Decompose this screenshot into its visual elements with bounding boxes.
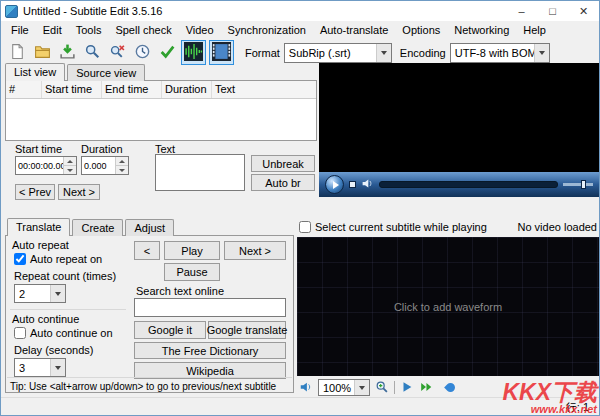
titlebar: Untitled - Subtitle Edit 3.5.16 – □ ✕ (1, 1, 599, 21)
window-controls: – □ ✕ (506, 1, 599, 21)
column-text[interactable]: Text (212, 81, 316, 98)
fast-forward-icon[interactable] (419, 380, 433, 396)
speaker-icon[interactable] (361, 177, 374, 192)
list-view-tabs: List view Source view (5, 63, 147, 81)
tab-source-view[interactable]: Source view (67, 64, 145, 81)
player-stop-button[interactable] (349, 181, 356, 188)
zoom-dropdown-button[interactable] (354, 380, 369, 395)
pause-button[interactable]: Pause (164, 263, 220, 281)
bottom-left-tabs: Translate Create Adjust (7, 218, 176, 236)
toggle-waveform-button[interactable] (181, 40, 206, 65)
tab-create[interactable]: Create (72, 219, 123, 236)
menu-spell-check[interactable]: Spell check (108, 22, 178, 38)
save-button[interactable] (56, 41, 79, 64)
new-file-button[interactable] (6, 41, 29, 64)
toggle-video-button[interactable] (209, 40, 234, 65)
waveform-area[interactable]: Click to add waveform (297, 237, 599, 376)
free-dictionary-button[interactable]: The Free Dictionary (134, 342, 286, 359)
video-player[interactable] (319, 63, 599, 197)
auto-repeat-checkbox[interactable] (14, 253, 26, 265)
chevron-down-icon (539, 51, 545, 55)
unbreak-button[interactable]: Unbreak (251, 155, 315, 172)
waveform-zoom-select[interactable]: 100% (318, 379, 370, 396)
window-title: Untitled - Subtitle Edit 3.5.16 (23, 5, 162, 17)
waveform-icon (184, 42, 203, 63)
encoding-select[interactable]: UTF-8 with BOM (450, 43, 550, 63)
menu-auto-translate[interactable]: Auto-translate (313, 22, 395, 38)
minimize-button[interactable]: – (506, 1, 537, 21)
delay-dropdown-button[interactable] (50, 359, 65, 376)
format-select[interactable]: SubRip (.srt) (284, 43, 392, 63)
column-end-time[interactable]: End time (102, 81, 162, 98)
spin-down-icon[interactable] (64, 165, 76, 174)
next-button[interactable]: Next > (224, 241, 286, 260)
zoom-in-icon[interactable] (375, 380, 389, 396)
auto-continue-checkbox-row: Auto continue on (14, 327, 113, 339)
duration-spinner[interactable]: 0.000 (81, 156, 129, 175)
start-time-spinner[interactable]: 00:00:00.000 (15, 156, 77, 175)
encoding-dropdown-button[interactable] (534, 44, 549, 62)
column-duration[interactable]: Duration (162, 81, 212, 98)
delay-select[interactable]: 3 (14, 358, 66, 377)
subtitle-text-area[interactable] (155, 154, 245, 191)
google-translate-button[interactable]: Google translate (208, 321, 286, 339)
statusbar: 行: 1 (1, 397, 599, 416)
app-window: Untitled - Subtitle Edit 3.5.16 – □ ✕ Fi… (0, 0, 600, 416)
replace-button[interactable] (106, 41, 129, 64)
auto-br-button[interactable]: Auto br (251, 174, 315, 191)
next-subtitle-button[interactable]: Next > (58, 184, 100, 200)
menu-tools[interactable]: Tools (69, 22, 109, 38)
volume-slider-thumb[interactable] (581, 180, 586, 189)
prev-subtitle-button[interactable]: < Prev (15, 184, 55, 200)
open-file-button[interactable] (31, 41, 54, 64)
select-subtitle-checkbox[interactable] (299, 221, 311, 233)
repeat-count-dropdown-button[interactable] (50, 285, 65, 302)
check-icon (159, 43, 176, 62)
repeat-count-value: 2 (15, 288, 50, 300)
tab-translate[interactable]: Translate (7, 218, 70, 236)
auto-repeat-title: Auto repeat (12, 239, 69, 251)
play-icon[interactable] (400, 380, 414, 396)
menu-help[interactable]: Help (516, 22, 553, 38)
spin-up-icon[interactable] (116, 157, 128, 165)
player-volume-slider[interactable] (563, 183, 593, 186)
spell-check-button[interactable] (156, 41, 179, 64)
visual-sync-button[interactable] (131, 41, 154, 64)
play-button[interactable]: Play (164, 241, 220, 260)
auto-repeat-checkbox-label: Auto repeat on (30, 253, 102, 265)
menu-edit[interactable]: Edit (36, 22, 69, 38)
spin-down-icon[interactable] (116, 165, 128, 174)
chevron-down-icon (359, 386, 365, 390)
menu-networking[interactable]: Networking (447, 22, 516, 38)
menu-file[interactable]: File (4, 22, 36, 38)
seek-back-button[interactable]: < (134, 241, 160, 260)
speaker-icon[interactable] (299, 380, 313, 396)
google-it-button[interactable]: Google it (134, 321, 206, 339)
duration-spin-buttons[interactable] (115, 157, 128, 174)
close-button[interactable]: ✕ (568, 1, 599, 21)
player-progress-bar[interactable] (379, 181, 558, 188)
menu-video[interactable]: Video (179, 22, 221, 38)
delay-label: Delay (seconds) (14, 344, 93, 356)
subtitle-list[interactable]: # Start time End time Duration Text (5, 80, 317, 141)
menu-options[interactable]: Options (395, 22, 447, 38)
spin-up-icon[interactable] (64, 157, 76, 165)
start-time-spin-buttons[interactable] (63, 157, 76, 174)
start-time-label: Start time (15, 143, 62, 155)
position-marker-icon[interactable] (444, 381, 457, 394)
column-number[interactable]: # (6, 81, 42, 98)
format-value: SubRip (.srt) (285, 47, 376, 59)
find-button[interactable] (81, 41, 104, 64)
auto-continue-checkbox[interactable] (14, 327, 26, 339)
player-play-button[interactable] (325, 175, 344, 194)
column-start-time[interactable]: Start time (42, 81, 102, 98)
search-online-input[interactable] (134, 298, 286, 317)
tab-adjust[interactable]: Adjust (125, 219, 174, 236)
menu-synchronization[interactable]: Synchronization (221, 22, 313, 38)
subtitle-edit-panel: Start time Duration Text 00:00:00.000 0.… (5, 141, 317, 219)
repeat-count-select[interactable]: 2 (14, 284, 66, 303)
maximize-button[interactable]: □ (537, 1, 568, 21)
auto-continue-checkbox-label: Auto continue on (30, 327, 113, 339)
format-dropdown-button[interactable] (376, 44, 391, 62)
tab-list-view[interactable]: List view (5, 63, 65, 81)
